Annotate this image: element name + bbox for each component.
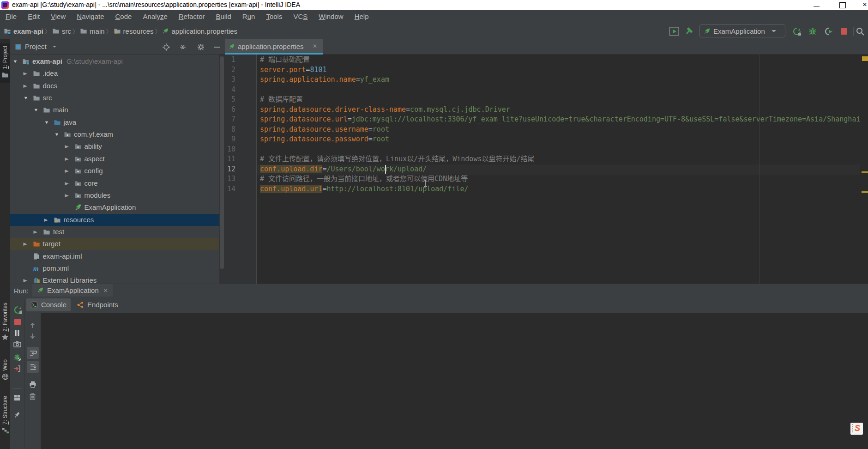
run-tab-close-icon[interactable]: ✕ [103,287,108,294]
tree-item-docs[interactable]: ▶docs [10,80,219,92]
menu-help[interactable]: Help [349,10,374,23]
code-line[interactable] [260,85,860,95]
code-line[interactable]: conf.upload.dir=/Users/bool/work/upload/ [260,164,860,175]
expand-arrow-icon[interactable]: ▶ [65,193,68,197]
coverage-button[interactable] [823,26,834,37]
code-line[interactable]: server.port=8101 [260,65,860,75]
project-scrollbar[interactable] [219,55,225,284]
menu-vcs[interactable]: VCS [288,10,313,23]
console-output[interactable] [41,313,868,449]
expand-arrow-icon[interactable]: ▶ [65,144,68,149]
collapse-arrow-icon[interactable]: ▼ [13,59,18,64]
collapse-arrow-icon[interactable]: ▼ [44,120,49,124]
tree-item-exam-api[interactable]: ▼exam-apiG:\study\exam-api [10,55,219,67]
menu-run[interactable]: Run [237,10,261,23]
printer-button[interactable] [29,381,36,388]
breadcrumb-resources[interactable]: resources [114,27,154,35]
wrap-toggle-button[interactable] [27,347,39,359]
breadcrumb-exam-api[interactable]: exam-api [4,27,43,35]
menu-refactor[interactable]: Refactor [173,10,211,23]
expand-arrow-icon[interactable]: ▶ [23,242,27,246]
inspection-indicator[interactable] [862,56,868,61]
expand-arrow-icon[interactable]: ▶ [23,83,27,88]
run-button[interactable] [791,26,802,37]
down-button[interactable] [29,333,36,340]
stripe-button-project[interactable]: 1: Project [0,43,10,83]
rerun-button[interactable] [13,305,21,313]
error-stripe-mark[interactable] [862,171,868,173]
layout-button[interactable] [13,394,21,401]
show-tool-window-button[interactable] [669,26,680,37]
trash-button[interactable] [29,393,36,400]
menu-file[interactable]: File [0,10,22,23]
breadcrumb-src[interactable]: src [52,27,71,35]
code-line[interactable]: # 端口基础配置 [260,55,860,65]
tab-application-properties[interactable]: application.properties ✕ [225,39,323,55]
expand-arrow-icon[interactable]: ▶ [23,278,27,283]
code-line[interactable]: # 数据库配置 [260,95,860,105]
tree-item-main[interactable]: ▼main [10,104,219,116]
locate-file-button[interactable] [163,43,170,51]
tree-item-ability[interactable]: ▶ability [10,140,219,152]
project-panel-title[interactable]: Project [25,42,47,50]
tree-item-core[interactable]: ▶core [10,177,219,189]
search-everywhere-button[interactable] [855,26,866,37]
code-line[interactable]: spring.datasource.username=root [260,125,860,135]
stripe-button-structure[interactable]: 7: Structure [0,391,10,441]
code-line[interactable] [260,145,860,155]
run-configuration-select[interactable]: ExamApplication [699,24,785,37]
code-line[interactable]: # 文件上传配置，请必须填写绝对位置，Linux以/开头结尾，Windows以盘… [260,154,860,164]
collapse-arrow-icon[interactable]: ▼ [54,132,60,137]
menu-analyze[interactable]: Analyze [137,10,173,23]
exit-button[interactable] [13,365,21,372]
code-line[interactable]: conf.upload.url=http://localhost:8101/up… [260,184,860,194]
tree-item-test[interactable]: ▶test [10,226,219,238]
debug-button[interactable] [807,26,818,37]
screenshot-tool-badge[interactable]: S [850,423,863,435]
tree-item-exam-api.iml[interactable]: exam-api.iml [10,250,219,262]
menu-window[interactable]: Window [313,10,349,23]
menu-tools[interactable]: Tools [260,10,288,23]
tree-item-external-libraries[interactable]: ▶External Libraries [10,274,219,284]
up-button[interactable] [29,322,36,329]
maximize-button[interactable] [835,0,850,10]
run-tab-endpoints[interactable]: Endpoints [72,298,122,311]
breadcrumb-application.properties[interactable]: application.properties [162,27,237,35]
code-line[interactable]: spring.application.name=yf_exam [260,75,860,85]
expand-arrow-icon[interactable]: ▶ [34,229,37,234]
scrollend-toggle-button[interactable] [27,361,39,373]
collapse-arrow-icon[interactable]: ▼ [23,96,28,100]
expand-arrow-icon[interactable]: ▶ [44,217,48,222]
tree-item-.idea[interactable]: ▶.idea [10,67,219,79]
tree-item-pom.xml[interactable]: mpom.xml [10,262,219,274]
code-line[interactable]: spring.datasource.password=root [260,134,860,145]
expand-arrow-icon[interactable]: ▶ [65,181,68,185]
code-line[interactable]: spring.datasource.url=jdbc:mysql://local… [260,115,860,125]
error-stripe-mark[interactable] [862,191,868,193]
stop-button[interactable] [13,318,21,325]
pin-button[interactable] [13,411,21,419]
tree-item-src[interactable]: ▼src [10,92,219,104]
code-line[interactable]: spring.datasource.driver-class-name=com.… [260,105,860,115]
tree-item-config[interactable]: ▶config [10,165,219,177]
menu-view[interactable]: View [45,10,71,23]
tree-item-resources[interactable]: ▶resources [10,214,219,226]
minimize-button[interactable] [809,0,825,10]
scrollbar-thumb[interactable] [220,56,224,269]
build-hammer-button[interactable] [684,26,695,37]
tree-item-modules[interactable]: ▶modules [10,189,219,201]
threads-button[interactable] [13,353,21,361]
tree-item-target[interactable]: ▶target [10,238,219,250]
tree-item-aspect[interactable]: ▶aspect [10,153,219,165]
menu-build[interactable]: Build [210,10,236,23]
expand-arrow-icon[interactable]: ▶ [65,156,68,161]
collapse-all-button[interactable] [179,43,187,51]
tree-item-examapplication[interactable]: ExamApplication [10,201,219,213]
stripe-button-web[interactable]: Web [0,358,10,384]
menu-edit[interactable]: Edit [22,10,45,23]
tree-item-com.yf.exam[interactable]: ▼com.yf.exam [10,128,219,140]
menu-code[interactable]: Code [110,10,138,23]
expand-arrow-icon[interactable]: ▶ [23,71,27,76]
code-line[interactable]: # 文件访问路径，一般为当前接口地址，或者您可以使用CDN地址等 [260,174,860,184]
pause-button[interactable] [13,329,21,337]
